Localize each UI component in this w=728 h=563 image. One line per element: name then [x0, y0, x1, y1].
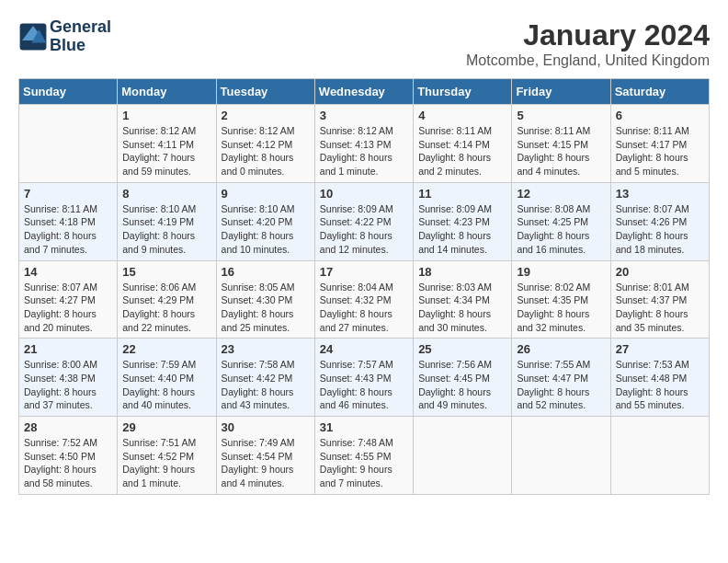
day-header-saturday: Saturday [610, 79, 709, 105]
day-header-thursday: Thursday [414, 79, 512, 105]
day-number: 26 [517, 342, 605, 356]
day-number: 15 [122, 265, 210, 279]
day-number: 3 [320, 109, 408, 122]
calendar-cell: 13Sunrise: 8:07 AM Sunset: 4:26 PM Dayli… [610, 182, 709, 260]
day-number: 2 [222, 109, 310, 122]
day-info: Sunrise: 8:03 AM Sunset: 4:34 PM Dayligh… [418, 281, 506, 335]
calendar-cell [414, 417, 512, 495]
day-info: Sunrise: 8:07 AM Sunset: 4:26 PM Dayligh… [616, 202, 704, 257]
day-info: Sunrise: 7:48 AM Sunset: 4:55 PM Dayligh… [320, 436, 408, 490]
day-number: 1 [122, 109, 210, 122]
day-number: 22 [122, 342, 210, 356]
day-info: Sunrise: 8:12 AM Sunset: 4:12 PM Dayligh… [222, 124, 310, 178]
day-info: Sunrise: 8:07 AM Sunset: 4:27 PM Dayligh… [24, 281, 112, 335]
calendar-cell: 15Sunrise: 8:06 AM Sunset: 4:29 PM Dayli… [118, 260, 216, 339]
day-info: Sunrise: 7:49 AM Sunset: 4:54 PM Dayligh… [222, 436, 310, 490]
day-header-tuesday: Tuesday [216, 79, 314, 105]
calendar-cell: 7Sunrise: 8:11 AM Sunset: 4:18 PM Daylig… [19, 182, 118, 260]
calendar-cell: 24Sunrise: 7:57 AM Sunset: 4:43 PM Dayli… [314, 339, 413, 417]
calendar-cell: 25Sunrise: 7:56 AM Sunset: 4:45 PM Dayli… [414, 339, 512, 417]
calendar-cell: 17Sunrise: 8:04 AM Sunset: 4:32 PM Dayli… [314, 260, 413, 339]
day-header-wednesday: Wednesday [314, 79, 413, 105]
calendar-cell: 6Sunrise: 8:11 AM Sunset: 4:17 PM Daylig… [610, 105, 709, 183]
calendar-cell: 1Sunrise: 8:12 AM Sunset: 4:11 PM Daylig… [118, 105, 216, 183]
day-number: 12 [517, 187, 605, 201]
calendar-week-row: 14Sunrise: 8:07 AM Sunset: 4:27 PM Dayli… [19, 260, 710, 339]
day-info: Sunrise: 8:09 AM Sunset: 4:22 PM Dayligh… [320, 202, 408, 257]
calendar-cell [610, 417, 709, 495]
calendar-cell: 29Sunrise: 7:51 AM Sunset: 4:52 PM Dayli… [118, 417, 216, 495]
calendar-cell: 12Sunrise: 8:08 AM Sunset: 4:25 PM Dayli… [512, 182, 610, 260]
calendar-cell: 14Sunrise: 8:07 AM Sunset: 4:27 PM Dayli… [19, 260, 118, 339]
logo-icon [18, 22, 48, 52]
day-info: Sunrise: 8:11 AM Sunset: 4:14 PM Dayligh… [418, 124, 506, 178]
day-info: Sunrise: 8:12 AM Sunset: 4:11 PM Dayligh… [122, 124, 210, 178]
day-number: 30 [222, 420, 310, 434]
day-info: Sunrise: 8:01 AM Sunset: 4:37 PM Dayligh… [616, 281, 704, 335]
calendar-cell: 8Sunrise: 8:10 AM Sunset: 4:19 PM Daylig… [118, 182, 216, 260]
calendar-table: SundayMondayTuesdayWednesdayThursdayFrid… [18, 78, 710, 495]
day-info: Sunrise: 8:10 AM Sunset: 4:20 PM Dayligh… [222, 202, 310, 257]
calendar-cell: 9Sunrise: 8:10 AM Sunset: 4:20 PM Daylig… [216, 182, 314, 260]
day-header-monday: Monday [118, 79, 216, 105]
calendar-week-row: 1Sunrise: 8:12 AM Sunset: 4:11 PM Daylig… [19, 105, 710, 183]
day-number: 8 [122, 187, 210, 201]
day-number: 17 [320, 265, 408, 279]
page-header: General Blue January 2024 Motcombe, Engl… [18, 18, 710, 69]
day-number: 27 [616, 342, 704, 356]
month-year-title: January 2024 [466, 18, 710, 52]
day-info: Sunrise: 8:08 AM Sunset: 4:25 PM Dayligh… [517, 202, 605, 257]
day-info: Sunrise: 7:57 AM Sunset: 4:43 PM Dayligh… [320, 358, 408, 412]
calendar-cell: 11Sunrise: 8:09 AM Sunset: 4:23 PM Dayli… [414, 182, 512, 260]
day-info: Sunrise: 8:11 AM Sunset: 4:18 PM Dayligh… [24, 202, 112, 257]
day-number: 13 [616, 187, 704, 201]
day-info: Sunrise: 7:51 AM Sunset: 4:52 PM Dayligh… [122, 436, 210, 490]
day-number: 21 [24, 342, 112, 356]
day-info: Sunrise: 7:56 AM Sunset: 4:45 PM Dayligh… [418, 358, 506, 412]
day-number: 19 [517, 265, 605, 279]
day-number: 18 [418, 265, 506, 279]
day-header-sunday: Sunday [19, 79, 118, 105]
day-number: 16 [222, 265, 310, 279]
calendar-cell: 3Sunrise: 8:12 AM Sunset: 4:13 PM Daylig… [314, 105, 413, 183]
day-number: 11 [418, 187, 506, 201]
calendar-cell: 5Sunrise: 8:11 AM Sunset: 4:15 PM Daylig… [512, 105, 610, 183]
day-info: Sunrise: 7:53 AM Sunset: 4:48 PM Dayligh… [616, 358, 704, 412]
day-number: 10 [320, 187, 408, 201]
calendar-week-row: 28Sunrise: 7:52 AM Sunset: 4:50 PM Dayli… [19, 417, 710, 495]
day-number: 6 [616, 109, 704, 122]
day-info: Sunrise: 8:10 AM Sunset: 4:19 PM Dayligh… [122, 202, 210, 257]
calendar-cell: 18Sunrise: 8:03 AM Sunset: 4:34 PM Dayli… [414, 260, 512, 339]
calendar-cell: 21Sunrise: 8:00 AM Sunset: 4:38 PM Dayli… [19, 339, 118, 417]
day-info: Sunrise: 7:52 AM Sunset: 4:50 PM Dayligh… [24, 436, 112, 490]
calendar-cell [19, 105, 118, 183]
calendar-cell: 4Sunrise: 8:11 AM Sunset: 4:14 PM Daylig… [414, 105, 512, 183]
day-info: Sunrise: 8:11 AM Sunset: 4:15 PM Dayligh… [517, 124, 605, 178]
day-info: Sunrise: 8:11 AM Sunset: 4:17 PM Dayligh… [616, 124, 704, 178]
day-number: 4 [418, 109, 506, 122]
calendar-cell: 26Sunrise: 7:55 AM Sunset: 4:47 PM Dayli… [512, 339, 610, 417]
day-number: 23 [222, 342, 310, 356]
day-number: 7 [24, 187, 112, 201]
calendar-cell: 19Sunrise: 8:02 AM Sunset: 4:35 PM Dayli… [512, 260, 610, 339]
calendar-cell: 23Sunrise: 7:58 AM Sunset: 4:42 PM Dayli… [216, 339, 314, 417]
calendar-cell: 30Sunrise: 7:49 AM Sunset: 4:54 PM Dayli… [216, 417, 314, 495]
day-info: Sunrise: 8:09 AM Sunset: 4:23 PM Dayligh… [418, 202, 506, 257]
day-header-friday: Friday [512, 79, 610, 105]
day-info: Sunrise: 7:59 AM Sunset: 4:40 PM Dayligh… [122, 358, 210, 412]
day-info: Sunrise: 8:12 AM Sunset: 4:13 PM Dayligh… [320, 124, 408, 178]
day-info: Sunrise: 7:58 AM Sunset: 4:42 PM Dayligh… [222, 358, 310, 412]
day-number: 31 [320, 420, 408, 434]
title-block: January 2024 Motcombe, England, United K… [466, 18, 710, 69]
logo: General Blue [18, 18, 111, 55]
calendar-cell: 28Sunrise: 7:52 AM Sunset: 4:50 PM Dayli… [19, 417, 118, 495]
day-number: 25 [418, 342, 506, 356]
day-info: Sunrise: 8:04 AM Sunset: 4:32 PM Dayligh… [320, 281, 408, 335]
location-subtitle: Motcombe, England, United Kingdom [466, 52, 710, 69]
day-number: 20 [616, 265, 704, 279]
day-info: Sunrise: 8:00 AM Sunset: 4:38 PM Dayligh… [24, 358, 112, 412]
day-number: 28 [24, 420, 112, 434]
calendar-cell: 22Sunrise: 7:59 AM Sunset: 4:40 PM Dayli… [118, 339, 216, 417]
calendar-cell [512, 417, 610, 495]
day-info: Sunrise: 7:55 AM Sunset: 4:47 PM Dayligh… [517, 358, 605, 412]
